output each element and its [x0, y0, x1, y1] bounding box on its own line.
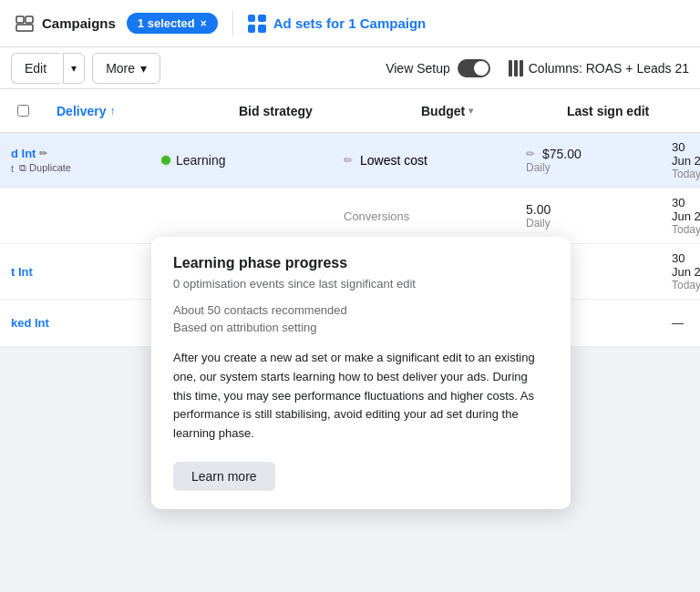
svg-rect-2	[16, 25, 33, 31]
edit-dropdown-button[interactable]: ▾	[63, 53, 85, 84]
ad-set-name: ked Int	[11, 316, 139, 330]
last-edit-rel: Today	[672, 279, 700, 291]
divider	[232, 11, 233, 36]
row-left-cell	[0, 209, 150, 223]
tooltip-recommend: About 50 contacts recommended	[173, 303, 549, 317]
selected-count: 1 selected	[138, 16, 195, 30]
action-item: t	[11, 163, 14, 174]
edit-pencil-icon[interactable]: ✏	[39, 148, 47, 159]
row-bid-cell: ✏ Lowest cost	[333, 146, 515, 175]
last-edit-date: —	[672, 316, 689, 330]
last-edit-date: 30 Jun 2	[672, 140, 700, 168]
table-row[interactable]: Conversions 5.00 Daily 30 Jun 2 Today	[0, 189, 700, 244]
toolbar: Edit ▾ More ▾ View Setup Columns: ROAS +…	[0, 47, 700, 89]
last-edit-date: 30 Jun 2	[672, 196, 700, 223]
row-budget-cell: ✏ $75.00 Daily	[515, 139, 661, 181]
last-edit-col-header: Last sign edit	[556, 104, 700, 118]
chevron-down-icon: ▾	[71, 62, 77, 75]
row-last-edit-cell: 30 Jun 2 Today	[661, 133, 700, 188]
columns-label: Columns: ROAS + Leads 21	[529, 61, 689, 76]
table-header: Delivery ↑ Bid strategy Budget ▾ Last si…	[0, 89, 700, 133]
view-setup-toggle[interactable]	[458, 59, 490, 77]
bid-value: Lowest cost	[360, 153, 427, 168]
tooltip-body: After you create a new ad set or make a …	[173, 349, 549, 444]
delivery-col-header[interactable]: Delivery ↑	[46, 104, 228, 118]
tooltip-title: Learning phase progress	[173, 255, 549, 271]
view-setup-section: View Setup	[386, 59, 490, 77]
top-bar: Campaigns 1 selected × Ad sets for 1 Cam…	[0, 0, 700, 47]
svg-rect-0	[16, 16, 24, 23]
close-icon[interactable]: ×	[201, 17, 207, 30]
row-left-cell: t Int	[0, 258, 150, 286]
budget-type: Daily	[526, 161, 551, 174]
row-bid-cell: Conversions	[333, 202, 515, 230]
adsets-grid-icon	[248, 15, 266, 33]
duplicate-icon[interactable]: ⧉ Duplicate	[19, 162, 71, 174]
edit-button[interactable]: Edit	[11, 53, 59, 84]
columns-icon	[509, 60, 523, 77]
last-edit-date: 30 Jun 2	[672, 251, 700, 279]
table-row[interactable]: d Int ✏ t ⧉ Duplicate Learning ✏ Lowest …	[0, 133, 700, 189]
bid-edit-icon[interactable]: ✏	[344, 154, 353, 167]
delivery-status: Learning	[176, 153, 226, 168]
budget-amount-value: $75.00	[542, 147, 582, 161]
adsets-section: Ad sets for 1 Campaign	[248, 15, 427, 33]
budget-col-header[interactable]: Budget ▾	[410, 104, 556, 118]
campaigns-section: Campaigns	[15, 14, 116, 34]
last-edit-rel: Today	[672, 223, 700, 236]
more-label: More	[106, 61, 135, 76]
row-left-cell: d Int ✏ t ⧉ Duplicate	[0, 139, 150, 181]
row-delivery-cell: Learning	[150, 146, 333, 175]
adsets-label: Ad sets for 1 Campaign	[273, 15, 427, 31]
budget-amount-value: 5.00	[526, 202, 551, 217]
row-delivery-cell	[150, 209, 333, 223]
row-last-edit-cell: 30 Jun 2 Today	[661, 244, 700, 299]
ad-set-name: t Int	[11, 265, 139, 279]
row-budget-cell: 5.00 Daily	[515, 195, 661, 237]
budget-type: Daily	[526, 217, 551, 230]
columns-section[interactable]: Columns: ROAS + Leads 21	[509, 60, 689, 77]
last-edit-rel: Today	[672, 168, 700, 180]
bid-col-header: Bid strategy	[228, 104, 410, 118]
ad-set-name: d Int	[11, 147, 36, 160]
active-status-dot	[161, 156, 170, 165]
row-actions: t ⧉ Duplicate	[11, 162, 139, 174]
tooltip-subtitle: 0 optimisation events since last signifi…	[173, 277, 549, 291]
bid-partial: Conversions	[344, 209, 409, 223]
view-setup-label: View Setup	[386, 61, 450, 76]
more-button[interactable]: More ▾	[92, 53, 160, 84]
learn-more-button[interactable]: Learn more	[173, 462, 275, 491]
row-last-edit-cell: 30 Jun 2 Today	[661, 189, 700, 243]
chevron-down-icon: ▾	[140, 61, 147, 76]
filter-icon: ▾	[468, 106, 473, 116]
selected-badge[interactable]: 1 selected ×	[127, 13, 218, 34]
row-last-edit-cell: —	[661, 309, 700, 337]
campaigns-icon	[15, 14, 35, 34]
sort-arrow-icon: ↑	[109, 105, 115, 117]
checkbox-col-header	[0, 105, 46, 117]
budget-edit-icon[interactable]: ✏	[526, 148, 535, 160]
learning-phase-tooltip: Learning phase progress 0 optimisation e…	[151, 237, 571, 509]
tooltip-attr: Based on attribution setting	[173, 321, 549, 334]
svg-rect-1	[26, 16, 33, 23]
select-all-checkbox[interactable]	[17, 105, 29, 117]
row-left-cell: ked Int	[0, 309, 150, 337]
campaigns-label: Campaigns	[42, 15, 116, 31]
